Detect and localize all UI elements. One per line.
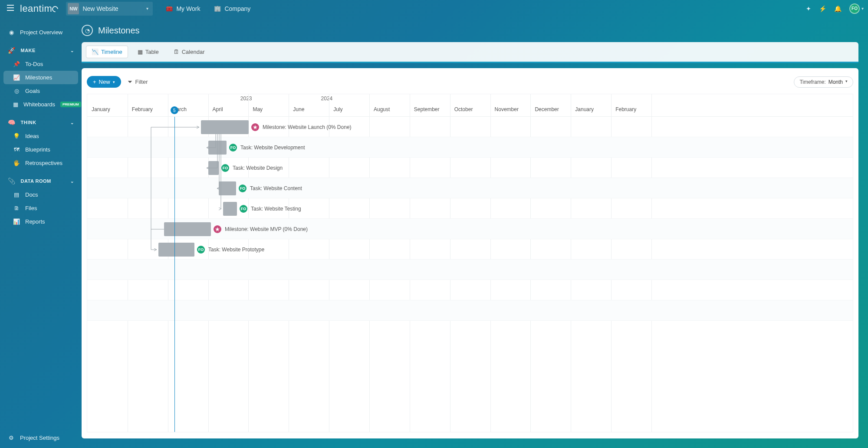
gantt-bar[interactable]: FOTask: Website Development <box>208 141 227 155</box>
gantt-row: FOTask: Website Content <box>87 178 853 198</box>
table-icon: ▦ <box>138 49 143 55</box>
assignee-avatar: FO <box>239 184 247 192</box>
gantt-bar[interactable]: FOTask: Website Design <box>208 161 219 175</box>
clip-icon: 📎 <box>8 178 16 184</box>
file-icon: 🗎 <box>13 205 20 211</box>
gantt-row: FOTask: Website Design <box>87 158 853 178</box>
brain-icon: 🧠 <box>8 119 16 126</box>
gantt-bar[interactable]: FOTask: Website Testing <box>223 202 237 216</box>
sidebar-item-label: Files <box>25 205 37 211</box>
month-label: May <box>253 106 263 112</box>
gantt-row: ★Milestone: Website MVP (0% Done) <box>87 219 853 239</box>
sidebar-group-dataroom[interactable]: 📎 DATA ROOM ⌄ <box>3 174 78 188</box>
month-label: September <box>414 106 440 112</box>
gantt-bar[interactable]: FOTask: Website Content <box>219 181 236 195</box>
notifications-icon[interactable]: 🔔 <box>834 5 842 12</box>
assignee-avatar: ★ <box>251 123 259 131</box>
project-name: New Website <box>82 5 143 12</box>
tab-table[interactable]: ▦ Table <box>132 46 164 58</box>
filter-button[interactable]: ⏷ Filter <box>127 79 148 85</box>
chevron-down-icon: ⌄ <box>70 120 74 125</box>
gantt-bar[interactable]: FOTask: Website Prototype <box>158 243 194 257</box>
month-label: February <box>132 106 153 112</box>
sidebar-item-files[interactable]: 🗎 Files <box>3 201 78 215</box>
month-label: October <box>454 106 473 112</box>
sidebar-item-label: To-Dos <box>25 61 43 67</box>
sidebar: ◉ Project Overview 🚀 MAKE ⌄ 📌 To-Dos 📈 M… <box>0 17 82 448</box>
new-button-label: New <box>99 79 110 85</box>
month-label: June <box>293 106 304 112</box>
sidebar-item-ideas[interactable]: 💡 Ideas <box>3 129 78 143</box>
sidebar-item-label: Project Overview <box>20 29 62 36</box>
nav-my-work-label: My Work <box>176 5 200 12</box>
gantt-bar-label: Task: Website Design <box>233 165 283 171</box>
plugins-icon[interactable]: ✦ <box>806 5 811 12</box>
month-label: February <box>615 106 636 112</box>
gantt-bar-label: Task: Website Prototype <box>208 247 264 253</box>
sidebar-item-overview[interactable]: ◉ Project Overview <box>3 26 78 39</box>
sidebar-item-blueprints[interactable]: 🗺 Blueprints <box>3 143 78 156</box>
chevron-down-icon: ▾ <box>845 79 848 85</box>
bulb-icon: 💡 <box>13 133 20 139</box>
menu-toggle[interactable] <box>4 2 16 15</box>
tab-calendar[interactable]: 🗓 Calendar <box>168 46 210 58</box>
blueprint-icon: 🗺 <box>13 146 20 153</box>
chevron-down-icon: ▾ <box>146 6 148 11</box>
sidebar-item-todos[interactable]: 📌 To-Dos <box>3 57 78 71</box>
plus-icon: + <box>93 79 96 85</box>
sidebar-item-label: Goals <box>25 88 40 94</box>
report-icon: 📊 <box>13 218 20 225</box>
gantt-row: ★Milestone: Website Launch (0% Done) <box>87 117 853 137</box>
today-marker: 5 <box>171 106 178 114</box>
nav-company-label: Company <box>224 5 250 12</box>
sidebar-item-retros[interactable]: 🖐 Retrospectives <box>3 156 78 170</box>
sidebar-item-label: Milestones <box>25 74 52 81</box>
sidebar-item-whiteboards[interactable]: ▦ Whiteboards PREMIUM <box>3 98 78 111</box>
gantt-row: FOTask: Website Prototype <box>87 239 853 260</box>
timeframe-selector[interactable]: Timeframe: Month ▾ <box>794 76 853 88</box>
user-menu[interactable]: FO ▾ <box>849 3 864 14</box>
sidebar-group-label: MAKE <box>21 48 36 53</box>
target-icon: ◎ <box>13 88 20 94</box>
month-label: December <box>535 106 559 112</box>
dashboard-icon: ◉ <box>8 29 15 36</box>
sidebar-group-label: DATA ROOM <box>21 178 51 184</box>
timeframe-label: Timeframe: <box>799 79 825 85</box>
sidebar-item-label: Docs <box>25 191 38 198</box>
gear-icon: ⚙ <box>8 435 15 441</box>
brand-logo[interactable]: leantim <box>20 3 58 14</box>
assignee-avatar: ★ <box>214 225 221 233</box>
bolt-icon[interactable]: ⚡ <box>819 5 826 12</box>
assignee-avatar: FO <box>240 205 247 213</box>
month-label: August <box>374 106 390 112</box>
year-label: 2024 <box>321 96 333 102</box>
chevron-down-icon: ⌄ <box>70 48 74 53</box>
month-label: April <box>213 106 223 112</box>
gantt-bar-label: Task: Website Content <box>250 185 302 191</box>
sidebar-group-think[interactable]: 🧠 THINK ⌄ <box>3 115 78 129</box>
sidebar-item-goals[interactable]: ◎ Goals <box>3 84 78 98</box>
sidebar-item-docs[interactable]: ▤ Docs <box>3 188 78 201</box>
sidebar-item-label: Reports <box>25 218 45 225</box>
sidebar-group-make[interactable]: 🚀 MAKE ⌄ <box>3 43 78 57</box>
gantt-bar[interactable]: ★Milestone: Website MVP (0% Done) <box>164 222 211 236</box>
gantt-chart[interactable]: 20232024 JanuaryFebruaryMarchAprilMayJun… <box>87 94 853 432</box>
month-label: November <box>495 106 519 112</box>
tab-timeline[interactable]: 📉 Timeline <box>86 46 128 58</box>
new-button[interactable]: + New ▾ <box>87 76 121 88</box>
gantt-bar-label: Milestone: Website Launch (0% Done) <box>263 124 352 130</box>
view-tabs: 📉 Timeline ▦ Table 🗓 Calendar <box>82 42 858 63</box>
timeline-icon: 📉 <box>92 49 99 55</box>
chevron-down-icon: ⌄ <box>70 179 74 184</box>
gantt-bar[interactable]: ★Milestone: Website Launch (0% Done) <box>201 120 249 134</box>
sidebar-item-milestones[interactable]: 📈 Milestones <box>3 71 78 84</box>
sidebar-item-settings[interactable]: ⚙ Project Settings <box>3 431 78 445</box>
building-icon: 🏢 <box>214 5 221 12</box>
month-label: January <box>575 106 594 112</box>
project-selector[interactable]: NW New Website ▾ <box>66 2 153 16</box>
sidebar-item-reports[interactable]: 📊 Reports <box>3 215 78 228</box>
nav-my-work[interactable]: 🧰 My Work <box>159 2 207 16</box>
hand-icon: 🖐 <box>13 160 20 166</box>
nav-company[interactable]: 🏢 Company <box>207 2 257 16</box>
assignee-avatar: FO <box>229 144 237 152</box>
